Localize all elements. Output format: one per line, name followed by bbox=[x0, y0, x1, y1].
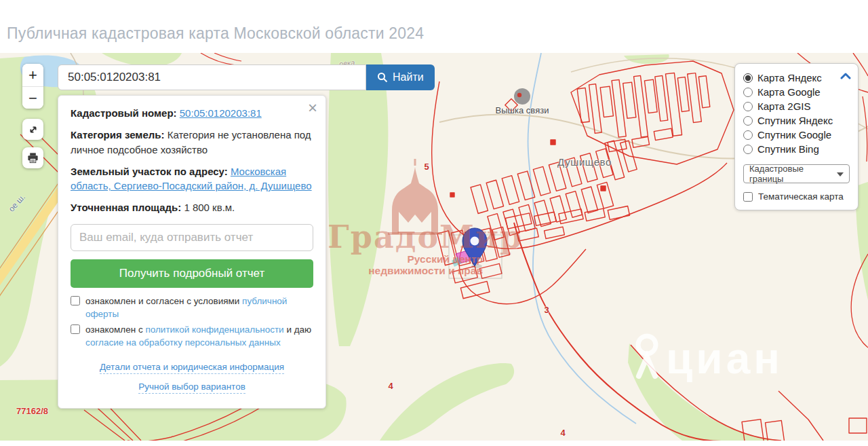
land-category-row: Категория земель: Категория не установле… bbox=[71, 128, 313, 157]
card-footer-links: Детали отчета и юридическая информация Р… bbox=[71, 359, 313, 398]
page: Публичная кадастровая карта Московской о… bbox=[0, 0, 868, 446]
layer-panel: Карта Яндекс Карта Google Карта 2GIS Спу… bbox=[734, 63, 859, 210]
sputnik-yandex-radio[interactable] bbox=[743, 116, 753, 126]
zoom-out-button[interactable]: − bbox=[22, 86, 43, 109]
address-label: Земельный участок по адресу: bbox=[71, 166, 231, 177]
map-viewport[interactable]: Вышка связи Душищево 5 3 4 4 77162/8 ое … bbox=[0, 53, 868, 441]
layer-option-label: Спутник Яндекс bbox=[757, 115, 833, 126]
area-row: Уточненная площадь: 1 800 кв.м. bbox=[71, 200, 313, 215]
personal-data-link[interactable]: согласие на обработку персональных данны… bbox=[85, 337, 281, 348]
sputnik-google-radio[interactable] bbox=[743, 130, 753, 140]
printer-icon bbox=[26, 151, 39, 164]
expand-arrows-icon bbox=[27, 124, 39, 136]
thematic-map-row[interactable]: Тематическая карта bbox=[743, 191, 850, 202]
karta-2gis-radio[interactable] bbox=[743, 102, 753, 111]
consent-privacy-text2: и даю bbox=[284, 324, 312, 335]
layer-option-label: Карта Яндекс bbox=[757, 72, 822, 83]
privacy-policy-link[interactable]: политикой конфиденциальности bbox=[145, 324, 283, 335]
email-field[interactable] bbox=[71, 224, 313, 251]
layer-option-sputnik-yandex[interactable]: Спутник Яндекс bbox=[743, 115, 850, 126]
print-button[interactable] bbox=[22, 147, 43, 168]
chevron-down-icon bbox=[837, 172, 844, 176]
consent-privacy-text1: ознакомлен с bbox=[85, 324, 145, 335]
layer-option-label: Спутник Bing bbox=[757, 143, 819, 155]
collapse-panel-button[interactable] bbox=[840, 72, 851, 82]
layer-option-label: Карта 2GIS bbox=[757, 100, 811, 112]
layer-option-karta-2gis[interactable]: Карта 2GIS bbox=[743, 100, 850, 112]
karta-yandex-radio[interactable] bbox=[743, 73, 753, 83]
thematic-map-label: Тематическая карта bbox=[758, 191, 844, 202]
consent-privacy-row[interactable]: ознакомлен с политикой конфиденциальност… bbox=[71, 323, 313, 350]
cadastral-number-label: Кадастровый номер: bbox=[71, 107, 180, 119]
manual-select-link[interactable]: Ручной выбор вариантов bbox=[138, 380, 245, 394]
consent-offer-checkbox[interactable] bbox=[71, 296, 80, 305]
layer-option-sputnik-bing[interactable]: Спутник Bing bbox=[743, 143, 850, 155]
report-details-link[interactable]: Детали отчета и юридическая информация bbox=[100, 360, 284, 374]
search-icon bbox=[377, 72, 388, 83]
thematic-map-checkbox[interactable] bbox=[743, 192, 753, 202]
area-value: 1 800 кв.м. bbox=[184, 202, 235, 213]
cadastral-number-link[interactable]: 50:05:0120203:81 bbox=[180, 107, 262, 119]
close-icon[interactable]: × bbox=[308, 100, 317, 116]
layer-option-label: Спутник Google bbox=[757, 129, 831, 141]
search-button[interactable]: Найти bbox=[366, 64, 435, 90]
land-category-label: Категория земель: bbox=[71, 129, 167, 141]
sputnik-bing-radio[interactable] bbox=[743, 145, 753, 154]
consent-privacy-checkbox[interactable] bbox=[71, 324, 80, 334]
boundaries-select-value: Кадастровые границы bbox=[749, 164, 834, 184]
chevron-up-icon bbox=[840, 72, 851, 80]
layer-option-label: Карта Google bbox=[757, 86, 821, 98]
karta-google-radio[interactable] bbox=[743, 88, 753, 97]
layer-option-sputnik-google[interactable]: Спутник Google bbox=[743, 129, 850, 141]
address-row: Земельный участок по адресу: Московская … bbox=[71, 164, 313, 193]
zoom-controls: + − bbox=[22, 64, 43, 109]
tower-icon bbox=[514, 88, 530, 105]
consent-offer-row[interactable]: ознакомлен и согласен с условиями публич… bbox=[71, 295, 313, 321]
area-label: Уточненная площадь: bbox=[71, 202, 184, 213]
search-bar: Найти bbox=[58, 64, 435, 90]
boundaries-select[interactable]: Кадастровые границы bbox=[743, 164, 850, 183]
search-button-label: Найти bbox=[393, 71, 424, 83]
parcel-info-card: × Кадастровый номер: 50:05:0120203:81 Ка… bbox=[58, 95, 326, 409]
page-title: Публичная кадастровая карта Московской о… bbox=[7, 24, 424, 43]
layer-option-karta-google[interactable]: Карта Google bbox=[743, 86, 850, 98]
cadastral-number-row: Кадастровый номер: 50:05:0120203:81 bbox=[71, 106, 313, 120]
fullscreen-button[interactable] bbox=[22, 119, 43, 140]
layer-option-karta-yandex[interactable]: Карта Яндекс bbox=[743, 72, 850, 83]
consent-offer-text: ознакомлен и согласен с условиями bbox=[85, 296, 242, 306]
search-input[interactable] bbox=[58, 64, 366, 90]
get-report-button[interactable]: Получить подробный отчет bbox=[71, 259, 313, 288]
zoom-in-button[interactable]: + bbox=[22, 64, 43, 86]
